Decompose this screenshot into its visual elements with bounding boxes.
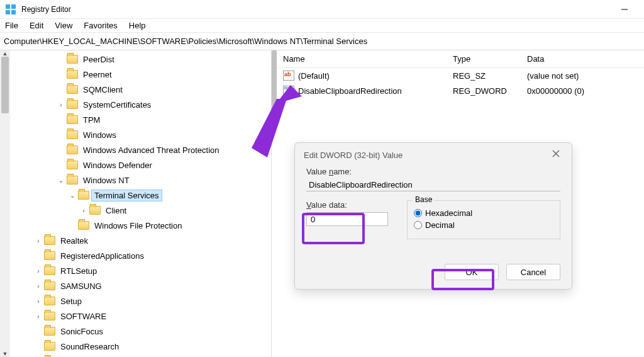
folder-icon: [67, 145, 78, 154]
value-data-input[interactable]: [306, 212, 388, 226]
chevron-right-icon[interactable]: ›: [79, 207, 88, 214]
tree-item-label: SQMClient: [80, 84, 125, 95]
chevron-right-icon[interactable]: ›: [34, 237, 43, 244]
folder-icon: [67, 85, 78, 94]
chevron-right-icon[interactable]: ›: [34, 268, 43, 275]
radio-hexadecimal[interactable]: Hexadecimal: [414, 208, 553, 218]
menu-bar: File Edit View Favorites Help: [0, 19, 644, 33]
value-name: DisableClipboardRedirection: [298, 86, 402, 96]
tree-item-label: PeerDist: [80, 54, 117, 65]
tree-item[interactable]: ⌄Terminal Services: [11, 188, 271, 203]
folder-icon: [67, 115, 78, 124]
tree-item-label: Client: [103, 205, 129, 216]
radio-decimal[interactable]: Decimal: [414, 220, 553, 230]
col-header-name[interactable]: Name: [283, 54, 453, 64]
folder-icon: [78, 191, 89, 200]
tree-item-label: Windows NT: [80, 175, 132, 186]
tree-item[interactable]: ›SRS Labs: [11, 354, 271, 357]
title-bar: Registry Editor: [0, 0, 644, 19]
tree-item[interactable]: ⌄Windows NT: [11, 173, 271, 188]
col-header-type[interactable]: Type: [453, 54, 527, 64]
base-group: Base Hexadecimal Decimal: [407, 200, 560, 239]
tree-item-label: RTLSetup: [58, 266, 99, 276]
menu-favorites[interactable]: Favorites: [84, 21, 117, 30]
folder-icon: [67, 100, 78, 109]
tree-item-label: Windows File Protection: [92, 220, 184, 231]
tree-item-label: SAMSUNG: [58, 281, 104, 292]
value-name-label: Value name:: [306, 167, 560, 176]
menu-view[interactable]: View: [55, 21, 72, 30]
tree-item-label: Windows Advanced Threat Protection: [80, 145, 222, 156]
dialog-titlebar: Edit DWORD (32-bit) Value: [295, 143, 572, 167]
tree-item-label: SystemCertificates: [80, 99, 153, 110]
value-data-label: Value data:: [306, 200, 388, 210]
registry-tree[interactable]: ›PeerDist›Peernet›SQMClient›SystemCertif…: [0, 50, 271, 357]
tree-scrollbar[interactable]: ▲ ▼: [0, 50, 10, 357]
chevron-right-icon[interactable]: ›: [57, 101, 65, 108]
tree-item-label: SOFTWARE: [58, 311, 109, 322]
window-title: Registry Editor: [21, 5, 610, 14]
tree-item[interactable]: ›Windows Advanced Threat Protection: [11, 142, 271, 157]
tree-item[interactable]: ›SOFTWARE: [11, 309, 271, 324]
folder-icon: [67, 161, 78, 169]
app-icon: [5, 4, 16, 15]
dialog-close-button[interactable]: [552, 149, 563, 161]
folder-icon: [67, 176, 78, 184]
col-header-data[interactable]: Data: [527, 54, 644, 64]
tree-item-label: RegisteredApplications: [58, 251, 147, 261]
chevron-right-icon[interactable]: ›: [34, 313, 43, 320]
list-row[interactable]: DisableClipboardRedirectionREG_DWORD0x00…: [272, 83, 644, 98]
value-name-input[interactable]: [306, 179, 560, 191]
tree-panel: ▲ ▼ ›PeerDist›Peernet›SQMClient›SystemCe…: [0, 50, 272, 357]
tree-item[interactable]: ›PeerDist: [11, 52, 271, 67]
folder-icon: [44, 281, 55, 290]
address-text: Computer\HKEY_LOCAL_MACHINE\SOFTWARE\Pol…: [4, 37, 367, 46]
tree-item-label: Windows: [80, 130, 119, 140]
menu-help[interactable]: Help: [129, 21, 146, 30]
tree-item[interactable]: ›RTLSetup: [11, 263, 271, 278]
svg-rect-0: [6, 4, 10, 9]
scroll-down-icon[interactable]: ▼: [3, 351, 8, 357]
tree-item[interactable]: ›SonicFocus: [11, 324, 271, 339]
address-bar[interactable]: Computer\HKEY_LOCAL_MACHINE\SOFTWARE\Pol…: [0, 33, 644, 50]
tree-item[interactable]: ›SQMClient: [11, 82, 271, 97]
chevron-right-icon[interactable]: ›: [34, 298, 43, 305]
ok-button[interactable]: OK: [445, 264, 499, 280]
cancel-button[interactable]: Cancel: [506, 264, 560, 280]
list-rows: (Default)REG_SZ(value not set)DisableCli…: [272, 68, 644, 98]
tree-scroll-thumb[interactable]: [1, 57, 9, 113]
tree-item[interactable]: ›SoundResearch: [11, 339, 271, 354]
minimize-button[interactable]: [610, 0, 639, 19]
tree-item-label: TPM: [80, 115, 103, 125]
tree-item[interactable]: ›SystemCertificates: [11, 97, 271, 112]
folder-icon: [67, 130, 78, 139]
menu-edit[interactable]: Edit: [30, 21, 43, 30]
tree-item[interactable]: ›Client: [11, 203, 271, 218]
tree-item[interactable]: ›TPM: [11, 112, 271, 127]
tree-item[interactable]: ›Windows File Protection: [11, 218, 271, 233]
tree-item[interactable]: ›Realtek: [11, 233, 271, 248]
folder-icon: [89, 206, 101, 215]
chevron-right-icon[interactable]: ›: [34, 283, 43, 290]
tree-item[interactable]: ›Windows: [11, 127, 271, 142]
chevron-down-icon[interactable]: ⌄: [68, 192, 77, 199]
folder-icon: [44, 266, 55, 275]
list-row[interactable]: (Default)REG_SZ(value not set): [272, 68, 644, 83]
folder-icon: [44, 236, 55, 245]
tree-item[interactable]: ›Windows Defender: [11, 157, 271, 173]
tree-item[interactable]: ›SAMSUNG: [11, 278, 271, 293]
menu-file[interactable]: File: [5, 21, 18, 30]
value-name: (Default): [298, 71, 330, 81]
tree-item[interactable]: ›Setup: [11, 293, 271, 309]
tree-item[interactable]: ›Peernet: [11, 67, 271, 82]
svg-rect-3: [11, 10, 16, 14]
chevron-down-icon[interactable]: ⌄: [57, 177, 65, 184]
folder-icon: [78, 221, 89, 230]
list-scroll-thumb[interactable]: [272, 50, 277, 126]
scroll-up-icon[interactable]: ▲: [3, 50, 8, 57]
list-scrollbar[interactable]: [272, 50, 277, 357]
base-legend: Base: [413, 195, 435, 204]
dword-value-icon: [283, 86, 294, 96]
tree-item[interactable]: ›RegisteredApplications: [11, 248, 271, 263]
value-type: REG_DWORD: [453, 86, 527, 96]
